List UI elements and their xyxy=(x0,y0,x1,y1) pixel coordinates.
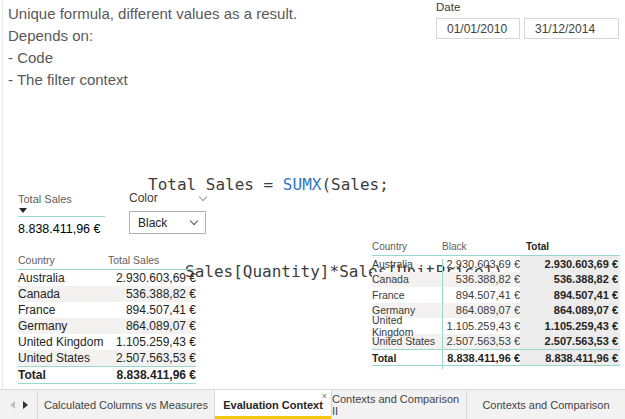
column-header-total-sales[interactable]: Total Sales xyxy=(108,254,196,266)
card-title[interactable]: Total Sales xyxy=(18,193,105,205)
total-sales-card: Total Sales 8.838.411,96 € xyxy=(18,193,105,236)
table-row[interactable]: Australia 2.930.603,69 € xyxy=(18,270,196,286)
tab-evaluation-context[interactable]: Evaluation Context × xyxy=(215,390,332,419)
total-sales-table: Country Total Sales Australia 2.930.603,… xyxy=(18,253,196,384)
date-start-input[interactable]: 01/01/2010 xyxy=(436,18,520,39)
chevron-down-icon xyxy=(190,217,198,225)
formula-args: (Sales; xyxy=(321,175,388,194)
close-icon[interactable]: × xyxy=(322,391,327,401)
matrix-column-divider xyxy=(442,259,443,369)
table-total-row: Total 8.838.411,96 € 8.838.411,96 € xyxy=(372,349,620,366)
table-row[interactable]: United Kingdom 1.105.259,43 € xyxy=(18,334,196,350)
notes-line: - The filter context xyxy=(8,69,297,91)
table-row[interactable]: France 894.507,41 € 894.507,41 € xyxy=(372,287,620,303)
tab-contexts-and-comparison-ii[interactable]: Contexts and Comparison II xyxy=(332,390,467,419)
previous-page-icon[interactable] xyxy=(10,401,15,409)
color-dropdown-value: Black xyxy=(138,216,167,230)
table-row[interactable]: Germany 864.089,07 € xyxy=(18,318,196,334)
column-header-black[interactable]: Black xyxy=(442,241,520,252)
color-dropdown[interactable]: Black xyxy=(129,211,206,234)
tab-navigation xyxy=(0,390,38,419)
date-slicer: Date 01/01/2010 31/12/2014 xyxy=(436,1,619,39)
table-row[interactable]: United States 2.507.563,53 € 2.507.563,5… xyxy=(372,334,620,350)
color-matrix-table: Country Black Total Australia 2.930.603,… xyxy=(372,239,620,366)
color-slicer-label: Color xyxy=(129,191,158,205)
date-slicer-label: Date xyxy=(436,1,619,13)
column-header-country[interactable]: Country xyxy=(18,254,108,266)
next-page-icon[interactable] xyxy=(23,401,28,409)
table-row[interactable]: France 894.507,41 € xyxy=(18,302,196,318)
notes-textbox: Unique formula, different values as a re… xyxy=(8,3,297,91)
report-canvas: Unique formula, different values as a re… xyxy=(0,0,625,419)
notes-line: - Code xyxy=(8,47,297,69)
canvas-edge-line xyxy=(2,0,3,389)
table-row[interactable]: Canada 536.388,82 € xyxy=(18,286,196,302)
table-row[interactable]: Canada 536.388,82 € 536.388,82 € xyxy=(372,272,620,288)
page-tab-bar: Calculated Columns vs Measures Evaluatio… xyxy=(0,389,625,419)
card-value: 8.838.411,96 € xyxy=(18,222,105,236)
sort-descending-icon[interactable] xyxy=(19,208,27,213)
chevron-down-icon[interactable] xyxy=(199,192,207,200)
card-header-underline xyxy=(18,216,105,217)
table-header-row: Country Black Total xyxy=(372,239,620,256)
notes-line: Unique formula, different values as a re… xyxy=(8,3,297,25)
table-header-row: Country Total Sales xyxy=(18,253,196,270)
formula-keyword: SUMX xyxy=(283,175,322,194)
notes-line: Depends on: xyxy=(8,25,297,47)
table-total-row: Total 8.838.411,96 € xyxy=(18,366,196,384)
table-row[interactable]: United Kingdom 1.105.259,43 € 1.105.259,… xyxy=(372,318,620,334)
tab-contexts-and-comparison[interactable]: Contexts and Comparison xyxy=(467,390,625,419)
date-end-input[interactable]: 31/12/2014 xyxy=(524,18,619,39)
column-header-total[interactable]: Total xyxy=(520,241,620,252)
table-row[interactable]: Australia 2.930.603,69 € 2.930.603,69 € xyxy=(372,256,620,272)
table-row[interactable]: United States 2.507.563,53 € xyxy=(18,350,196,366)
tab-calculated-columns-vs-measures[interactable]: Calculated Columns vs Measures xyxy=(38,390,215,419)
color-slicer: Color Black xyxy=(129,191,206,234)
column-header-country[interactable]: Country xyxy=(372,241,442,252)
